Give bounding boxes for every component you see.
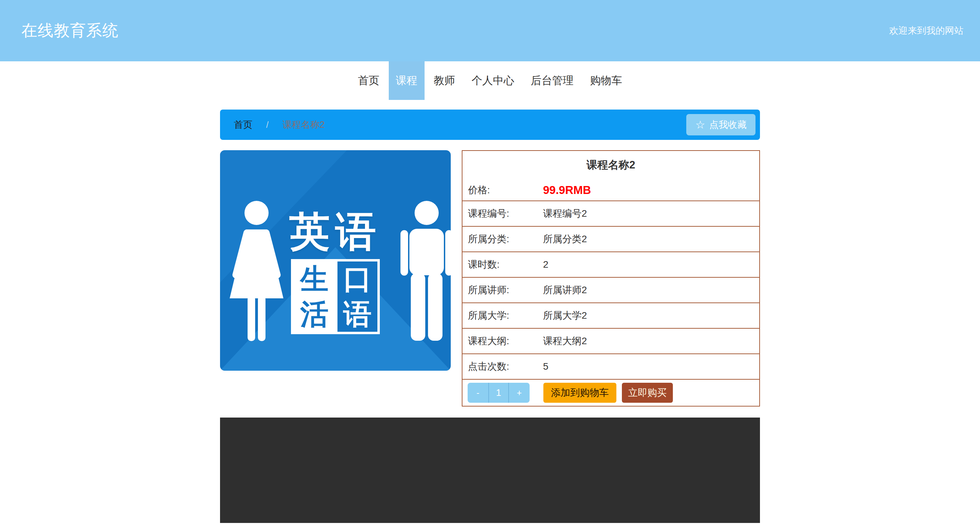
nav-item-profile[interactable]: 个人中心 (465, 61, 522, 100)
course-image-tile-block: 生 活 口 语 (291, 259, 380, 334)
nav-item-cart[interactable]: 购物车 (583, 61, 630, 100)
click-count-row: 点击次数: 5 (463, 354, 759, 379)
tile-char: 活 (293, 296, 336, 332)
page-container: 首页 / 课程名称2 ☆ 点我收藏 (220, 110, 760, 523)
info-label: 所属讲师: (468, 284, 543, 296)
price-label: 价格: (468, 184, 543, 197)
info-label: 所属大学: (468, 309, 543, 322)
course-title-price-cell: 课程名称2 价格: 99.9RMB (463, 151, 759, 201)
syllabus-row: 课程大纲: 课程大纲2 (463, 328, 759, 354)
tile-char: 语 (337, 296, 377, 332)
info-label: 课程大纲: (468, 334, 543, 347)
course-info-panel: 课程名称2 价格: 99.9RMB 课程编号: 课程编号2 所属分类: 所属分类… (462, 150, 760, 406)
woman-icon (228, 196, 286, 347)
course-image-headline: 英语 (289, 205, 382, 260)
quantity-stepper: - 1 + (468, 383, 530, 403)
course-video-placeholder[interactable] (220, 417, 760, 523)
info-value: 2 (543, 259, 549, 270)
course-cover-image: 英语 生 活 口 语 (220, 150, 451, 371)
info-label: 课时数: (468, 258, 543, 271)
info-value: 所属讲师2 (543, 284, 587, 296)
nav-item-admin[interactable]: 后台管理 (524, 61, 581, 100)
info-label: 点击次数: (468, 360, 543, 373)
nav-item-courses[interactable]: 课程 (389, 61, 425, 100)
purchase-action-row: - 1 + 添加到购物车 立即购买 (463, 379, 759, 406)
favorite-button[interactable]: ☆ 点我收藏 (686, 114, 756, 135)
category-row: 所属分类: 所属分类2 (463, 226, 759, 252)
tile-char: 口 (337, 261, 377, 296)
course-title: 课程名称2 (463, 158, 759, 172)
tile-column-left: 生 活 (293, 261, 336, 332)
quantity-increase-button[interactable]: + (509, 383, 530, 403)
nav-item-home[interactable]: 首页 (351, 61, 387, 100)
app-title: 在线教育系统 (21, 20, 118, 41)
breadcrumb-current: 课程名称2 (282, 118, 325, 131)
main-nav: 首页 课程 教师 个人中心 后台管理 购物车 (0, 61, 980, 100)
info-value: 课程大纲2 (543, 334, 587, 347)
info-value: 课程编号2 (543, 207, 587, 220)
buy-now-button[interactable]: 立即购买 (622, 383, 673, 403)
course-number-row: 课程编号: 课程编号2 (463, 201, 759, 226)
man-icon (400, 196, 451, 347)
teacher-row: 所属讲师: 所属讲师2 (463, 277, 759, 303)
app-header: 在线教育系统 欢迎来到我的网站 (0, 0, 980, 61)
info-label: 课程编号: (468, 207, 543, 220)
favorite-button-label: 点我收藏 (710, 118, 746, 131)
info-value: 所属大学2 (543, 309, 587, 322)
info-value: 所属分类2 (543, 233, 587, 245)
welcome-text: 欢迎来到我的网站 (889, 24, 964, 37)
quantity-decrease-button[interactable]: - (468, 383, 488, 403)
lesson-count-row: 课时数: 2 (463, 252, 759, 277)
tile-column-right: 口 语 (336, 261, 377, 332)
add-to-cart-button[interactable]: 添加到购物车 (543, 383, 616, 403)
university-row: 所属大学: 所属大学2 (463, 303, 759, 328)
quantity-value[interactable]: 1 (488, 383, 509, 403)
course-detail-section: 英语 生 活 口 语 课程名称2 价格: 99.9RMB (220, 150, 760, 406)
star-outline-icon: ☆ (695, 119, 705, 130)
price-value: 99.9RMB (543, 184, 591, 197)
info-value: 5 (543, 361, 549, 372)
breadcrumb: 首页 / 课程名称2 ☆ 点我收藏 (220, 110, 760, 140)
breadcrumb-home-link[interactable]: 首页 (234, 118, 252, 131)
breadcrumb-separator: / (266, 120, 269, 130)
info-label: 所属分类: (468, 233, 543, 245)
nav-item-teachers[interactable]: 教师 (426, 61, 463, 100)
price-row: 价格: 99.9RMB (463, 178, 759, 202)
tile-char: 生 (293, 261, 336, 296)
